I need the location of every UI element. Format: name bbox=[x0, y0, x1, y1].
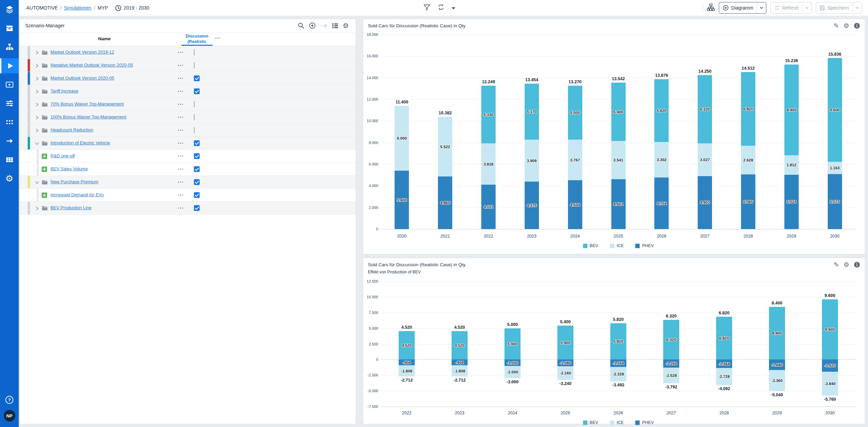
scenario-checkbox[interactable] bbox=[194, 153, 200, 159]
scenario-row[interactable]: BEV Production Line••• bbox=[20, 202, 356, 215]
row-menu-button[interactable]: ••• bbox=[178, 141, 184, 145]
scenario-name-link[interactable]: New Purchase Premium bbox=[51, 179, 98, 184]
goto-arrow-icon[interactable] bbox=[320, 23, 327, 29]
sidebar-item-org-chart[interactable] bbox=[0, 40, 19, 55]
chevron-down-icon[interactable] bbox=[35, 180, 39, 186]
chevron-down-icon[interactable] bbox=[35, 141, 39, 147]
scenario-checkbox[interactable] bbox=[194, 88, 200, 94]
scenario-row[interactable]: Introduction of Electric Vehicle••• bbox=[20, 137, 356, 150]
scenario-row[interactable]: BEV Sales Volume••• bbox=[20, 163, 356, 176]
chevron-down-icon[interactable] bbox=[452, 5, 455, 11]
row-menu-button[interactable]: ••• bbox=[178, 63, 184, 67]
row-menu-button[interactable]: ••• bbox=[178, 76, 184, 80]
scenario-checkbox[interactable] bbox=[194, 62, 195, 69]
edit-icon[interactable]: ✎ bbox=[834, 261, 839, 268]
chevron-right-icon[interactable] bbox=[35, 63, 39, 69]
scenario-checkbox[interactable] bbox=[194, 75, 200, 81]
scenario-checkbox[interactable] bbox=[194, 49, 195, 56]
row-menu-button[interactable]: ••• bbox=[178, 115, 184, 119]
scenario-row[interactable]: Negative Market Outlook Version 2020-05•… bbox=[20, 59, 356, 72]
refresh-button[interactable]: Refresh bbox=[770, 2, 812, 14]
chevron-right-icon[interactable] bbox=[35, 50, 39, 56]
row-menu-button[interactable]: ••• bbox=[178, 154, 184, 158]
chevron-right-icon[interactable] bbox=[35, 206, 39, 212]
plus-circle-icon[interactable] bbox=[309, 22, 316, 29]
scenario-row[interactable]: R&D one-off••• bbox=[20, 150, 356, 163]
scenario-name-link[interactable]: 100% Bonus Waiver Top-Management bbox=[51, 114, 126, 119]
refresh-button-caret[interactable] bbox=[802, 2, 811, 13]
scenario-row[interactable]: New Purchase Premium••• bbox=[20, 176, 356, 189]
scenario-checkbox[interactable] bbox=[194, 166, 200, 172]
sidebar-item-table[interactable] bbox=[0, 152, 19, 167]
filter-icon[interactable] bbox=[423, 4, 430, 12]
row-menu-button[interactable]: ••• bbox=[178, 167, 184, 171]
chevron-right-icon[interactable] bbox=[35, 102, 39, 108]
scenario-name-link[interactable]: 70% Bonus Waiver Top-Management bbox=[51, 101, 124, 106]
scenario-name-link[interactable]: Headcount Reduction bbox=[51, 127, 93, 132]
row-menu-button[interactable]: ••• bbox=[178, 50, 184, 54]
scenario-name-link[interactable]: Market Outlook Version 2019-12 bbox=[51, 49, 114, 55]
scenario-checkbox[interactable] bbox=[194, 101, 195, 108]
chevron-right-icon[interactable] bbox=[35, 76, 39, 82]
sidebar-item-play[interactable] bbox=[0, 58, 19, 73]
scenario-row[interactable]: Tariff Increase••• bbox=[20, 85, 356, 98]
edit-icon[interactable]: ✎ bbox=[834, 23, 839, 29]
scenario-row[interactable]: Headcount Reduction••• bbox=[20, 124, 356, 137]
sidebar-item-network[interactable] bbox=[0, 115, 19, 130]
row-menu-button[interactable]: ••• bbox=[178, 193, 184, 197]
help-button[interactable]: ? bbox=[5, 395, 14, 406]
scenario-checkbox[interactable] bbox=[194, 192, 200, 198]
row-menu-button[interactable]: ••• bbox=[178, 206, 184, 210]
scenario-name-link[interactable]: Market Outlook Version 2020-05 bbox=[51, 75, 114, 81]
scenario-name-link[interactable]: BEV Production Line bbox=[51, 205, 91, 210]
scenario-name-link[interactable]: Introduction of Electric Vehicle bbox=[51, 140, 110, 145]
legend-item-ice[interactable]: ICE bbox=[610, 420, 624, 425]
scenario-name-link[interactable]: R&D one-off bbox=[51, 153, 75, 158]
sidebar-item-archive[interactable] bbox=[0, 21, 19, 36]
info-icon[interactable] bbox=[854, 261, 860, 268]
chevron-right-icon[interactable] bbox=[35, 115, 39, 121]
sidebar-item-sliders[interactable] bbox=[0, 96, 19, 111]
info-icon[interactable] bbox=[854, 23, 860, 29]
search-icon[interactable] bbox=[298, 22, 304, 29]
scenario-checkbox[interactable] bbox=[194, 179, 200, 185]
scenario-checkbox[interactable] bbox=[194, 127, 195, 133]
diagram-button-caret[interactable] bbox=[757, 2, 766, 13]
chevron-right-icon[interactable] bbox=[35, 128, 39, 134]
scenario-checkbox[interactable] bbox=[194, 114, 195, 120]
gear-icon[interactable]: ⚙ bbox=[843, 23, 849, 29]
row-menu-button[interactable]: ••• bbox=[178, 180, 184, 184]
row-menu-button[interactable]: ••• bbox=[178, 102, 184, 106]
legend-item-phev[interactable]: PHEV bbox=[635, 243, 654, 248]
diagram-button[interactable]: Diagramm bbox=[719, 2, 766, 14]
legend-item-ice[interactable]: ICE bbox=[610, 243, 624, 248]
breadcrumb-item-simulationen[interactable]: Simulationen bbox=[64, 5, 91, 11]
list-view-icon[interactable] bbox=[332, 23, 338, 29]
sidebar-item-gear[interactable]: ⚙ bbox=[0, 171, 19, 186]
scenario-name-link[interactable]: BEV Sales Volume bbox=[51, 166, 88, 171]
legend-item-phev[interactable]: PHEV bbox=[635, 420, 654, 425]
scenario-name-link[interactable]: Tariff Increase bbox=[51, 88, 78, 94]
row-menu-button[interactable]: ••• bbox=[178, 128, 184, 132]
scenario-row[interactable]: Market Outlook Version 2019-12••• bbox=[20, 46, 356, 59]
scenario-row[interactable]: 70% Bonus Waiver Top-Management••• bbox=[20, 98, 356, 111]
scenario-name-link[interactable]: Negative Market Outlook Version 2020-05 bbox=[51, 62, 133, 68]
sidebar-item-layers[interactable] bbox=[0, 2, 19, 17]
layout-arrange-icon[interactable] bbox=[707, 3, 715, 13]
scenario-row[interactable]: 100% Bonus Waiver Top-Management••• bbox=[20, 111, 356, 124]
column-menu-button[interactable]: ••• bbox=[215, 36, 221, 40]
sidebar-item-arrow-right[interactable] bbox=[0, 133, 19, 148]
scenario-row[interactable]: Increased Demand for EVs••• bbox=[20, 189, 356, 202]
gear-icon[interactable]: ⚙ bbox=[843, 261, 849, 268]
save-button-caret[interactable] bbox=[852, 2, 862, 13]
scenario-checkbox[interactable] bbox=[194, 205, 200, 211]
gear-icon[interactable]: ⚙ bbox=[343, 22, 349, 29]
scenario-checkbox[interactable] bbox=[194, 140, 200, 146]
row-menu-button[interactable]: ••• bbox=[178, 89, 184, 93]
scenario-name-link[interactable]: Increased Demand for EVs bbox=[51, 192, 104, 197]
scenario-row[interactable]: Market Outlook Version 2020-05••• bbox=[20, 72, 356, 85]
column-header-discussion[interactable]: Discussion (Realistic bbox=[181, 34, 213, 44]
sidebar-item-video-play[interactable] bbox=[0, 77, 19, 92]
avatar[interactable]: NP bbox=[4, 410, 15, 422]
save-button[interactable]: Speichern bbox=[816, 2, 862, 14]
